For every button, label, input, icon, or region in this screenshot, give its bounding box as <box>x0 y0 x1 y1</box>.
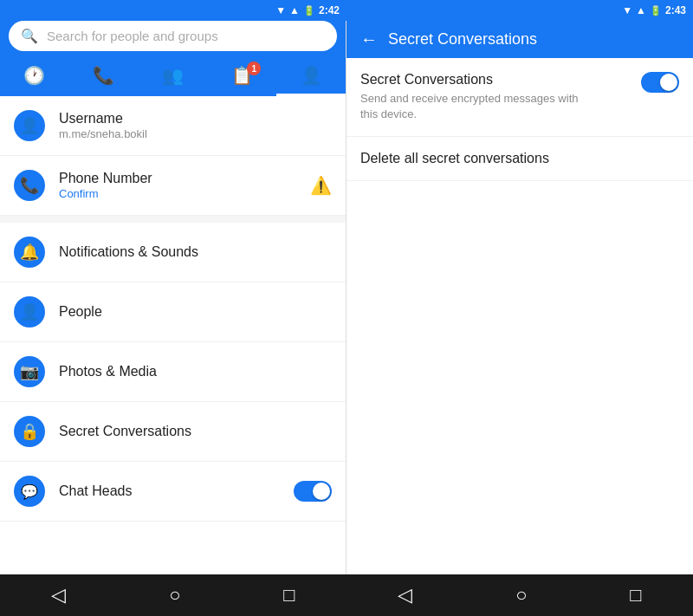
people-icon: 👤 <box>14 296 45 327</box>
secret-title: Secret Conversations <box>59 424 332 439</box>
chatheads-title: Chat Heads <box>59 483 280 499</box>
profile-icon: 👤 <box>301 65 322 86</box>
notifications-title: Notifications & Sounds <box>59 244 332 260</box>
chatheads-icon: 💬 <box>14 476 45 507</box>
settings-item-people[interactable]: 👤 People <box>0 282 346 342</box>
right-panel-title: Secret Conversations <box>388 30 537 49</box>
back-button[interactable]: ← <box>360 29 378 49</box>
phone-icon: 📞 <box>14 170 45 201</box>
settings-item-chatheads[interactable]: 💬 Chat Heads <box>0 462 346 522</box>
settings-item-phone[interactable]: 📞 Phone Number Confirm ⚠️ <box>0 156 346 216</box>
notifications-content: Notifications & Sounds <box>59 244 332 260</box>
username-title: Username <box>59 111 332 126</box>
phone-confirm[interactable]: Confirm <box>59 187 296 200</box>
home-nav-left[interactable]: ○ <box>148 577 201 613</box>
recents-nav-right[interactable]: □ <box>609 577 662 613</box>
back-nav-right[interactable]: ◁ <box>377 577 433 613</box>
calls-icon: 📞 <box>93 65 114 86</box>
recents-nav-left[interactable]: □ <box>262 577 315 613</box>
search-bar[interactable]: 🔍 Search for people and groups <box>9 21 337 51</box>
tab-calls[interactable]: 📞 <box>69 58 139 93</box>
username-content: Username m.me/sneha.bokil <box>59 111 332 140</box>
secret-content: Secret Conversations <box>59 424 332 439</box>
home-nav-right[interactable]: ○ <box>495 577 547 613</box>
notifications-icon: 🔔 <box>14 237 45 268</box>
phone-content: Phone Number Confirm <box>59 171 296 200</box>
chatheads-toggle[interactable] <box>294 481 332 502</box>
search-icon: 🔍 <box>21 28 38 44</box>
settings-item-secret[interactable]: 🔒 Secret Conversations <box>0 402 346 462</box>
signal-icon-left: ▲ <box>289 4 300 16</box>
recent-icon: 🕐 <box>23 65 45 86</box>
alert-icon: ⚠️ <box>310 176 332 195</box>
requests-badge: 1 <box>247 62 261 75</box>
phone-alert: ⚠️ <box>310 175 332 196</box>
people-content: People <box>59 304 332 320</box>
secret-section-desc: Send and receive encrypted messages with… <box>360 91 586 122</box>
settings-item-photos[interactable]: 📷 Photos & Media <box>0 342 346 402</box>
chatheads-content: Chat Heads <box>59 483 280 499</box>
signal-icon-right: ▲ <box>636 4 646 16</box>
secret-toggle-switch[interactable] <box>641 72 679 93</box>
secret-section-text: Secret Conversations Send and receive en… <box>360 72 586 122</box>
battery-icon-right: 🔋 <box>650 5 662 16</box>
secret-icon: 🔒 <box>14 416 45 447</box>
username-icon: 👤 <box>14 110 45 141</box>
wifi-icon-left: ▼ <box>275 4 286 16</box>
settings-item-username[interactable]: 👤 Username m.me/sneha.bokil <box>0 96 346 156</box>
phone-title: Phone Number <box>59 171 296 186</box>
delete-secret-row[interactable]: Delete all secret conversations <box>346 137 693 181</box>
bottom-nav: ◁ ○ □ ◁ ○ □ <box>0 574 693 616</box>
time-left: 2:42 <box>319 4 340 16</box>
tab-groups[interactable]: 👥 <box>139 58 208 93</box>
wifi-icon-right: ▼ <box>622 4 632 16</box>
chatheads-toggle-switch[interactable] <box>294 481 332 502</box>
search-input[interactable]: Search for people and groups <box>47 29 218 43</box>
settings-item-notifications[interactable]: 🔔 Notifications & Sounds <box>0 223 346 282</box>
tab-requests[interactable]: 📋 1 <box>207 58 276 93</box>
delete-secret-label[interactable]: Delete all secret conversations <box>360 151 549 165</box>
secret-section-title: Secret Conversations <box>360 72 586 88</box>
groups-icon: 👥 <box>162 65 184 86</box>
battery-icon-left: 🔋 <box>303 5 315 16</box>
secret-toggle[interactable] <box>641 72 679 93</box>
settings-list: 👤 Username m.me/sneha.bokil 📞 Phone Numb… <box>0 96 346 574</box>
tab-profile[interactable]: 👤 <box>276 58 346 93</box>
people-title: People <box>59 304 332 320</box>
tab-recent[interactable]: 🕐 <box>0 58 69 93</box>
photos-title: Photos & Media <box>59 364 332 379</box>
nav-tabs: 🕐 📞 👥 📋 1 👤 <box>0 58 346 96</box>
time-right: 2:43 <box>665 4 686 16</box>
secret-conversations-content: Secret Conversations Send and receive en… <box>346 58 693 574</box>
back-nav-left[interactable]: ◁ <box>30 577 87 613</box>
secret-toggle-section: Secret Conversations Send and receive en… <box>346 58 693 137</box>
photos-content: Photos & Media <box>59 364 332 379</box>
photos-icon: 📷 <box>14 356 45 387</box>
username-subtitle: m.me/sneha.bokil <box>59 127 332 140</box>
section-divider <box>0 216 346 223</box>
